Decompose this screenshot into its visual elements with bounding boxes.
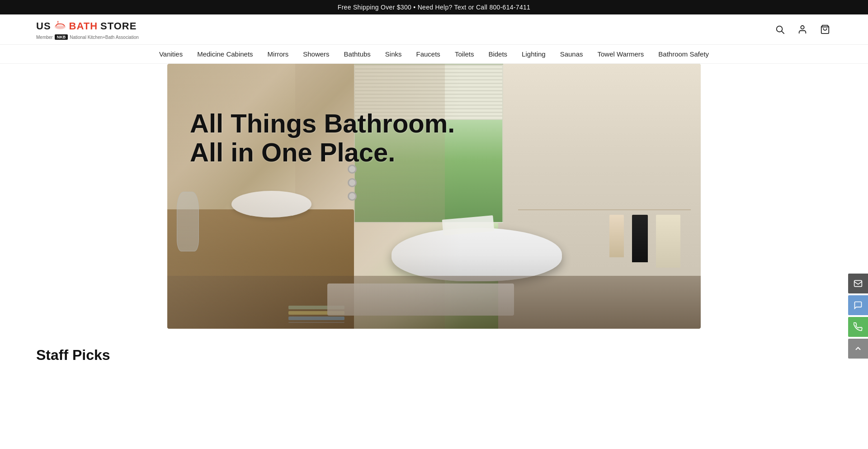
nav-item-towel-warmers[interactable]: Towel Warmers bbox=[598, 50, 644, 58]
nav-item-sinks[interactable]: Sinks bbox=[385, 50, 402, 58]
account-button[interactable] bbox=[796, 23, 809, 36]
nav-item-lighting[interactable]: Lighting bbox=[522, 50, 546, 58]
logo-main: US BATH STORE bbox=[36, 19, 139, 33]
header: US BATH STORE Member NKB National Kitche… bbox=[0, 14, 868, 45]
nav-item-bidets[interactable]: Bidets bbox=[488, 50, 507, 58]
nav-item-mirrors[interactable]: Mirrors bbox=[268, 50, 289, 58]
svg-point-5 bbox=[801, 26, 804, 29]
hero-section: All Things Bathroom. All in One Place. bbox=[0, 64, 868, 329]
nav-item-saunas[interactable]: Saunas bbox=[560, 50, 583, 58]
float-phone-button[interactable] bbox=[848, 317, 868, 337]
header-icons bbox=[773, 23, 832, 36]
hero-headline: All Things Bathroom. All in One Place. bbox=[190, 109, 455, 167]
float-scroll-top-button[interactable] bbox=[848, 339, 868, 359]
nav-item-vanities[interactable]: Vanities bbox=[159, 50, 183, 58]
hero-image: All Things Bathroom. All in One Place. bbox=[167, 64, 701, 329]
logo-member-prefix: Member bbox=[36, 35, 53, 40]
svg-line-4 bbox=[782, 31, 784, 33]
nav-item-showers[interactable]: Showers bbox=[303, 50, 329, 58]
logo-bath-icon bbox=[54, 19, 66, 33]
float-email-button[interactable] bbox=[848, 274, 868, 293]
nav-item-bathtubs[interactable]: Bathtubs bbox=[344, 50, 371, 58]
nav-item-bathroom-safety[interactable]: Bathroom Safety bbox=[658, 50, 709, 58]
announcement-bar: Free Shipping Over $300 • Need Help? Tex… bbox=[0, 0, 868, 14]
logo-bath: BATH bbox=[69, 20, 98, 32]
hero-text-block: All Things Bathroom. All in One Place. bbox=[190, 109, 455, 167]
logo-store: STORE bbox=[100, 20, 137, 32]
nav-item-toilets[interactable]: Toilets bbox=[455, 50, 474, 58]
nav-item-medicine-cabinets[interactable]: Medicine Cabinets bbox=[197, 50, 253, 58]
cart-button[interactable] bbox=[818, 23, 832, 36]
announcement-text: Free Shipping Over $300 • Need Help? Tex… bbox=[338, 4, 530, 11]
logo-member: Member NKB National Kitchen+Bath Associa… bbox=[36, 34, 139, 40]
staff-picks-section: Staff Picks bbox=[0, 329, 868, 373]
hero-banner: All Things Bathroom. All in One Place. bbox=[167, 64, 701, 329]
svg-point-1 bbox=[57, 22, 59, 24]
logo-member-full: National Kitchen+Bath Association bbox=[70, 35, 139, 40]
logo-us: US bbox=[36, 20, 51, 32]
hero-headline-line2: All in One Place. bbox=[190, 138, 455, 167]
float-buttons bbox=[848, 274, 868, 359]
hero-overlay bbox=[167, 64, 461, 329]
hero-headline-line1: All Things Bathroom. bbox=[190, 109, 455, 138]
navbar: Vanities Medicine Cabinets Mirrors Showe… bbox=[0, 45, 868, 64]
logo-member-badge: NKB bbox=[55, 34, 68, 40]
svg-rect-7 bbox=[854, 280, 862, 286]
float-sms-button[interactable] bbox=[848, 295, 868, 315]
logo[interactable]: US BATH STORE Member NKB National Kitche… bbox=[36, 19, 139, 40]
search-button[interactable] bbox=[773, 23, 787, 36]
staff-picks-title: Staff Picks bbox=[36, 347, 832, 364]
nav-item-faucets[interactable]: Faucets bbox=[416, 50, 440, 58]
